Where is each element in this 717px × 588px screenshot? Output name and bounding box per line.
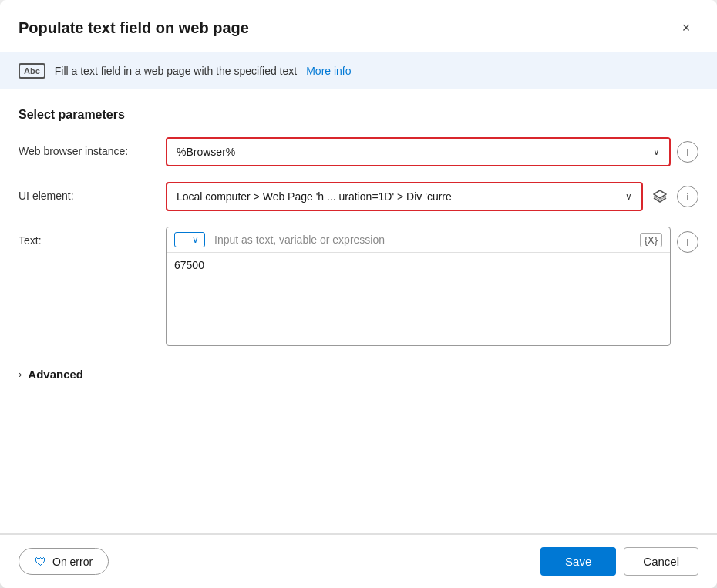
on-error-label: On error — [52, 556, 93, 568]
abc-icon: Abc — [19, 63, 45, 79]
dialog-title: Populate text field on web page — [19, 19, 249, 37]
advanced-label: Advanced — [28, 368, 83, 381]
web-browser-label: Web browser instance: — [19, 137, 153, 157]
text-row: Text: — ∨ Input as text, variable or exp… — [19, 227, 698, 346]
text-value: 67500 — [174, 259, 204, 271]
layers-icon[interactable] — [649, 186, 671, 207]
text-area-content[interactable]: 67500 — [167, 253, 670, 345]
text-info-button[interactable]: i — [677, 231, 698, 253]
expression-button[interactable]: {X} — [640, 233, 662, 247]
dialog-header: Populate text field on web page × — [0, 0, 717, 52]
ui-element-dropdown[interactable]: Local computer > Web Page 'h ... uration… — [166, 182, 643, 211]
section-title: Select parameters — [19, 108, 698, 122]
ui-element-info-button[interactable]: i — [677, 186, 698, 207]
chevron-down-icon-2: ∨ — [625, 191, 632, 202]
text-mode-button[interactable]: — ∨ — [174, 232, 205, 247]
web-browser-dropdown[interactable]: %Browser% ∨ — [166, 137, 671, 166]
ui-element-value: Local computer > Web Page 'h ... uration… — [177, 190, 452, 203]
on-error-button[interactable]: 🛡 On error — [19, 548, 109, 575]
close-button[interactable]: × — [674, 15, 698, 40]
text-area-toolbar: — ∨ Input as text, variable or expressio… — [167, 227, 670, 253]
text-control: — ∨ Input as text, variable or expressio… — [166, 227, 698, 346]
text-area-placeholder: Input as text, variable or expression — [208, 234, 637, 246]
cancel-button[interactable]: Cancel — [624, 547, 698, 576]
dialog-body: Select parameters Web browser instance: … — [0, 89, 717, 533]
dialog-footer: 🛡 On error Save Cancel — [0, 534, 717, 588]
info-icon-2: i — [687, 191, 689, 203]
web-browser-info-button[interactable]: i — [677, 141, 698, 163]
chevron-down-icon-3: ∨ — [192, 234, 199, 245]
info-banner: Abc Fill a text field in a web page with… — [0, 52, 717, 89]
save-button[interactable]: Save — [540, 547, 616, 576]
web-browser-row: Web browser instance: %Browser% ∨ i — [19, 137, 698, 166]
text-mode-icon: — — [180, 234, 190, 245]
web-browser-value: %Browser% — [177, 146, 235, 158]
advanced-section[interactable]: › Advanced — [19, 361, 698, 387]
info-icon: i — [687, 146, 689, 158]
more-info-link[interactable]: More info — [306, 65, 351, 77]
dialog: Populate text field on web page × Abc Fi… — [0, 0, 717, 588]
text-area-wrapper: — ∨ Input as text, variable or expressio… — [166, 227, 671, 346]
ui-element-label: UI element: — [19, 182, 153, 202]
text-label: Text: — [19, 227, 153, 247]
info-icon-3: i — [687, 237, 689, 248]
footer-actions: Save Cancel — [540, 547, 698, 576]
shield-icon: 🛡 — [35, 555, 46, 568]
web-browser-control: %Browser% ∨ i — [166, 137, 698, 166]
chevron-right-icon: › — [19, 368, 22, 380]
ui-element-control: Local computer > Web Page 'h ... uration… — [166, 182, 698, 211]
ui-element-row: UI element: Local computer > Web Page 'h… — [19, 182, 698, 211]
info-banner-text: Fill a text field in a web page with the… — [55, 65, 297, 77]
chevron-down-icon: ∨ — [653, 146, 660, 157]
